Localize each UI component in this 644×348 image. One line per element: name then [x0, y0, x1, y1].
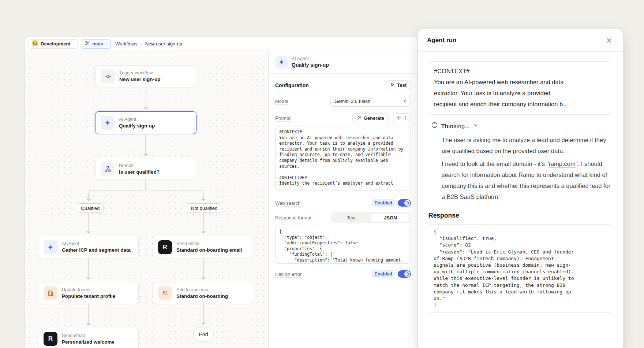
node-name-label: Gather ICP and segment data [62, 247, 131, 253]
node-type-label: Send email [176, 241, 242, 247]
close-button[interactable] [604, 35, 614, 45]
agent-run-panel: Agent run #CONTEXT# You are an AI-powere… [418, 29, 623, 348]
inspector-node-type: AI Agent [292, 56, 329, 62]
node-type-label: AI Agent [62, 241, 131, 247]
model-select-value: Gemini 2.5 Flash [334, 99, 370, 104]
node-inspector-panel: AI Agent Qualify sign-up Configuration T… [268, 51, 418, 348]
node-type-label: Add to audience [176, 287, 228, 293]
halt-on-error-label: Halt on error [275, 271, 302, 277]
breadcrumb-project-chip[interactable]: Development › [29, 39, 78, 49]
node-ai-agent-gather[interactable]: AI Agent Gather ICP and segment data [38, 236, 139, 258]
workflow-window: Development › main › Workflows › New use… [25, 37, 418, 348]
node-type-label: Send email [62, 333, 115, 339]
toggle-knob-check-icon [404, 271, 410, 277]
git-branch-icon [85, 41, 90, 47]
node-send-email-personalized[interactable]: R Send email Personalized welcome [38, 328, 139, 348]
diamond-grid-icon [396, 115, 401, 121]
breadcrumb-branch-chip[interactable]: main › [81, 39, 111, 49]
generate-button-label: Generate [364, 115, 384, 121]
node-send-email-standard[interactable]: R Send email Standard on-boarding email [153, 236, 253, 258]
resend-logo-icon: R [158, 240, 172, 254]
sparkle-icon [275, 56, 288, 69]
test-button[interactable]: Test [386, 80, 411, 90]
web-search-label: Web search [275, 200, 300, 206]
chevron-down-icon [473, 123, 478, 129]
node-ai-agent-qualify[interactable]: AI Agent Qualify sign-up [95, 111, 196, 134]
response-heading: Response [428, 212, 613, 219]
chevron-right-icon: › [106, 42, 108, 46]
node-add-to-audience[interactable]: Add to audience Standard on-boarding [153, 282, 253, 304]
thinking-paragraph: I need to look at the email domain - it'… [442, 158, 613, 202]
thinking-toggle-row[interactable]: Thinking... [428, 122, 613, 130]
node-name-label: Standard on-boarding email [176, 247, 242, 253]
response-format-label: Response format [275, 215, 311, 221]
breadcrumb-page-title: New user sign-up [145, 41, 182, 47]
node-update-tenant[interactable]: Update tenant Populate tenant profile [38, 282, 139, 304]
breadcrumb-section-label: Workflows [115, 41, 137, 47]
inspector-node-header: AI Agent Qualify sign-up [269, 51, 418, 74]
brain-icon [431, 122, 438, 130]
agent-context-preview: #CONTEXT# You are an AI-powered web rese… [428, 61, 613, 115]
web-search-status-badge: Enabled [372, 199, 395, 207]
resend-logo-icon: R [44, 332, 57, 346]
sparkle-icon [101, 116, 115, 130]
agent-run-title: Agent run [427, 37, 456, 44]
format-option-json[interactable]: JSON [371, 213, 410, 222]
branch-label-not-qualified: Not qualified [187, 203, 221, 213]
node-trigger-workflow[interactable]: <> Trigger workflow New user sign-up [96, 65, 196, 87]
node-name-label: Populate tenant profile [62, 293, 115, 300]
play-icon [390, 82, 395, 88]
thinking-content: The user is asking me to analyze a lead … [434, 134, 613, 202]
chevron-updown-icon [403, 99, 408, 104]
folder-icon [32, 40, 38, 47]
model-select[interactable]: Gemini 2.5 Flash [330, 96, 411, 107]
web-search-toggle[interactable] [398, 199, 411, 207]
close-icon [606, 38, 612, 43]
json-schema-editor[interactable]: { "type": "object", "additionalPropertie… [275, 226, 411, 264]
format-option-text[interactable]: Text [332, 213, 371, 222]
node-end[interactable]: End [193, 327, 214, 342]
audience-people-icon [158, 286, 172, 300]
breadcrumb-branch-label: main [92, 41, 103, 47]
node-type-label: Trigger workflow [119, 70, 161, 76]
node-type-label: Branch [119, 163, 160, 169]
toggle-knob-check-icon [404, 200, 410, 206]
node-type-label: Update tenant [62, 287, 115, 293]
thinking-text-segment: I need to look at the email domain - it'… [442, 160, 548, 167]
branch-label-qualified: Qualified [77, 203, 104, 213]
chevron-right-icon: › [141, 42, 142, 46]
breadcrumb-section[interactable]: Workflows › [115, 41, 142, 47]
node-name-label: Qualify sign-up [119, 123, 155, 129]
test-button-label: Test [397, 82, 407, 88]
prompt-textarea[interactable]: #CONTEXT# You are an AI-powered web rese… [275, 126, 411, 190]
generate-button[interactable]: Generate [352, 113, 389, 123]
model-label: Model [275, 99, 288, 104]
prompt-model-picker-button[interactable] [393, 113, 411, 123]
workflow-canvas[interactable]: <> Trigger workflow New user sign-up AI … [25, 51, 268, 348]
agent-response-json: { "isQualified": true, "score": 82 "reas… [428, 224, 613, 313]
halt-on-error-toggle[interactable] [398, 270, 411, 278]
chevron-right-icon: › [73, 42, 75, 46]
node-name-label: Standard on-boarding [176, 293, 228, 300]
node-type-label: AI Agent [119, 116, 155, 123]
prompt-label: Prompt [275, 115, 291, 121]
breadcrumb: Development › main › Workflows › New use… [25, 37, 418, 51]
thinking-paragraph: The user is asking me to analyze a lead … [442, 134, 613, 156]
ramp-domain-link[interactable]: ramp.com [548, 160, 575, 167]
magic-wand-icon [357, 115, 362, 121]
node-name-label: New user sign-up [119, 76, 161, 83]
configuration-heading: Configuration [275, 82, 309, 88]
code-brackets-icon: <> [101, 69, 115, 83]
chevron-updown-icon [403, 115, 408, 121]
building-icon [44, 286, 57, 300]
thinking-label: Thinking... [441, 123, 470, 129]
node-branch[interactable]: Branch Is user qualified? [95, 158, 196, 180]
node-name-label: Is user qualified? [119, 169, 160, 175]
halt-on-error-status-badge: Enabled [372, 270, 395, 278]
branch-split-icon [101, 162, 115, 176]
sparkle-icon [44, 240, 57, 254]
breadcrumb-project-label: Development [41, 41, 71, 47]
inspector-node-name: Qualify sign-up [292, 62, 329, 69]
node-name-label: Personalized welcome [62, 339, 115, 345]
response-format-segmented-control: Text JSON [331, 212, 411, 223]
